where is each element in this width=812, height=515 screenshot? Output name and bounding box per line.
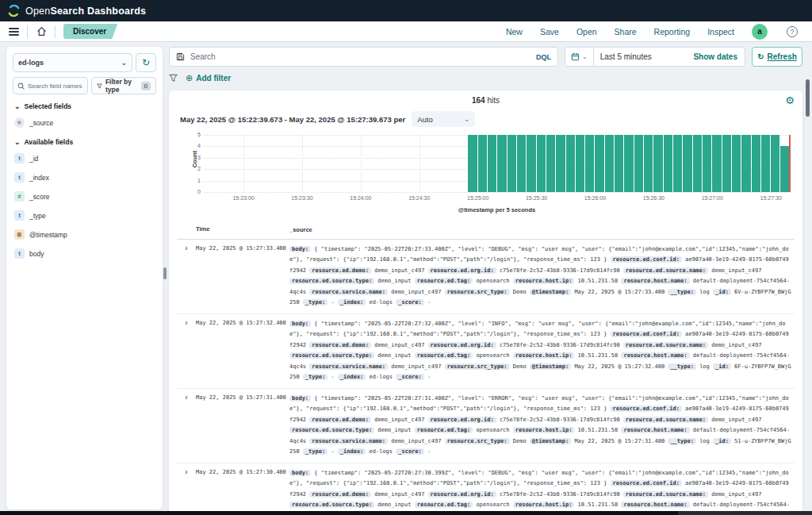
histogram-bar[interactable] bbox=[634, 135, 643, 192]
date-quick-select-button[interactable]: ⌄ bbox=[565, 48, 594, 66]
histogram-bar[interactable] bbox=[497, 135, 506, 192]
histogram-bar[interactable] bbox=[546, 135, 555, 192]
field-badge: resource.ed.source.type: bbox=[289, 352, 374, 359]
filter-icon[interactable] bbox=[169, 74, 178, 83]
histogram-bar[interactable] bbox=[722, 135, 731, 192]
field-badge: resource.ed.source.type: bbox=[289, 427, 374, 433]
histogram-bar[interactable] bbox=[683, 135, 691, 192]
histogram-bar[interactable] bbox=[712, 135, 721, 192]
field-search-input[interactable] bbox=[28, 83, 83, 90]
field-badge: resource.ed.tag: bbox=[415, 427, 473, 433]
query-bar[interactable]: DQL bbox=[169, 47, 558, 67]
help-icon[interactable]: ? bbox=[787, 26, 798, 37]
histogram-bar[interactable] bbox=[517, 135, 526, 192]
histogram-bar[interactable] bbox=[771, 135, 779, 192]
field-badge: body: bbox=[289, 470, 311, 476]
x-tick-label: 15:24:30 bbox=[408, 195, 430, 201]
filter-by-type-button[interactable]: Filter by type 0 bbox=[91, 77, 156, 94]
tab-discover[interactable]: Discover bbox=[63, 24, 117, 39]
histogram-bar[interactable] bbox=[527, 135, 535, 192]
histogram-bar[interactable] bbox=[556, 135, 565, 192]
nav-link-inspect[interactable]: Inspect bbox=[707, 27, 734, 37]
field-badge: body: bbox=[289, 395, 311, 402]
nav-link-share[interactable]: Share bbox=[615, 27, 637, 37]
home-button[interactable] bbox=[28, 21, 55, 41]
field-item-_source[interactable]: ✳_source bbox=[13, 115, 156, 130]
selected-fields-header[interactable]: ⌄ Selected fields bbox=[14, 102, 155, 110]
global-nav: Discover NewSaveOpenShareReportingInspec… bbox=[0, 21, 812, 42]
field-badge: resource.ed.conf.id: bbox=[611, 256, 682, 263]
nav-link-reporting[interactable]: Reporting bbox=[654, 27, 691, 37]
time-column-header: Time bbox=[196, 225, 289, 236]
histogram-bar[interactable] bbox=[624, 135, 633, 192]
divider bbox=[55, 25, 56, 38]
histogram-bar[interactable] bbox=[653, 135, 662, 192]
available-fields-header[interactable]: ⌄ Available fields bbox=[14, 138, 155, 146]
expand-doc-button[interactable]: › bbox=[185, 318, 187, 327]
expand-doc-button[interactable]: › bbox=[185, 467, 187, 476]
show-dates-button[interactable]: Show dates bbox=[693, 52, 745, 61]
field-name: body bbox=[29, 250, 44, 258]
histogram-bar[interactable] bbox=[508, 135, 516, 192]
app-title: OpenSearch Dashboards bbox=[25, 6, 146, 17]
field-badge: resource.ed.source.type: bbox=[289, 502, 374, 508]
nav-link-new[interactable]: New bbox=[506, 27, 523, 37]
sidebar-scrollbar[interactable] bbox=[163, 267, 167, 279]
x-tick-label: 15:23:30 bbox=[291, 195, 312, 201]
histogram-bar[interactable] bbox=[752, 135, 760, 192]
histogram-bar[interactable] bbox=[644, 135, 653, 192]
histogram-bar[interactable] bbox=[761, 135, 770, 192]
histogram-bar[interactable] bbox=[664, 135, 672, 192]
menu-button[interactable] bbox=[0, 21, 27, 41]
refresh-button[interactable]: ↻ Refresh bbox=[752, 47, 802, 67]
chart-time-range: May 22, 2025 @ 15:22:39.673 - May 22, 20… bbox=[180, 115, 405, 124]
expand-doc-button[interactable]: › bbox=[185, 244, 187, 252]
histogram-bar[interactable] bbox=[741, 135, 750, 192]
histogram-bar[interactable] bbox=[468, 135, 477, 192]
results-panel: 164 hits ⚙ May 22, 2025 @ 15:22:39.673 -… bbox=[169, 90, 802, 515]
page-scrollbar[interactable] bbox=[806, 79, 810, 117]
histogram-bar[interactable] bbox=[537, 135, 546, 192]
field-item-_score[interactable]: #_score bbox=[13, 189, 156, 204]
chevron-down-icon: ⌄ bbox=[14, 140, 21, 144]
field-name: _type bbox=[29, 212, 46, 220]
search-input[interactable] bbox=[190, 52, 530, 61]
field-item-_index[interactable]: t_index bbox=[13, 170, 156, 185]
histogram-bar[interactable] bbox=[693, 135, 702, 192]
histogram-bar[interactable] bbox=[576, 135, 584, 192]
field-type-string-icon: t bbox=[14, 248, 25, 259]
add-filter-button[interactable]: ⊕ Add filter bbox=[186, 73, 231, 83]
nav-link-save[interactable]: Save bbox=[540, 27, 559, 37]
histogram-bar[interactable] bbox=[673, 135, 682, 192]
field-badge: @timestamp: bbox=[530, 438, 571, 444]
expand-doc-button[interactable]: › bbox=[185, 393, 187, 402]
gear-icon[interactable]: ⚙ bbox=[785, 94, 795, 106]
field-badge: resource.src_type: bbox=[445, 363, 510, 370]
histogram-bar[interactable] bbox=[595, 135, 603, 192]
histogram-bar[interactable] bbox=[703, 135, 711, 192]
field-item-body[interactable]: tbody bbox=[13, 246, 156, 261]
histogram-bar[interactable] bbox=[566, 135, 575, 192]
field-type-date-icon: ⊞ bbox=[14, 229, 25, 240]
discover-sidebar: ed-logs ⌄ ↻ Filter by type 0 ⌄ Selected … bbox=[6, 47, 163, 509]
field-badge: resource.service.name: bbox=[309, 289, 388, 295]
interval-select[interactable]: Auto ⌄ bbox=[412, 111, 475, 127]
dql-button[interactable]: DQL bbox=[536, 53, 551, 61]
field-search[interactable] bbox=[13, 77, 88, 94]
avatar[interactable]: a bbox=[752, 24, 768, 40]
field-type-number-icon: # bbox=[14, 191, 25, 202]
nav-link-open[interactable]: Open bbox=[576, 27, 597, 37]
histogram-bar[interactable] bbox=[605, 135, 614, 192]
histogram-bar[interactable] bbox=[488, 135, 496, 192]
time-range-value[interactable]: Last 5 minutes bbox=[594, 52, 658, 61]
x-tick-label: 15:25:30 bbox=[526, 195, 547, 201]
index-pattern-select[interactable]: ed-logs ⌄ bbox=[13, 53, 132, 72]
field-item-@timestamp[interactable]: ⊞@timestamp bbox=[13, 227, 156, 242]
histogram-bar[interactable] bbox=[585, 135, 594, 192]
histogram-bar[interactable] bbox=[478, 135, 487, 192]
field-item-_id[interactable]: t_id bbox=[13, 151, 156, 166]
field-item-_type[interactable]: t_type bbox=[13, 208, 156, 223]
refresh-index-button[interactable]: ↻ bbox=[136, 53, 156, 72]
histogram-bar[interactable] bbox=[732, 135, 741, 192]
histogram-bar[interactable] bbox=[615, 135, 623, 192]
